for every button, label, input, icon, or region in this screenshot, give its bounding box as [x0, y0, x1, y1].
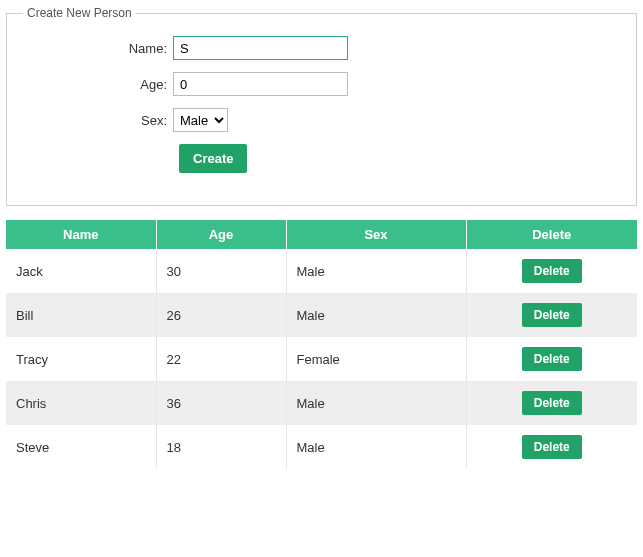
cell-delete: Delete: [466, 293, 637, 337]
table-row: Bill26MaleDelete: [6, 293, 637, 337]
cell-sex: Male: [286, 425, 466, 469]
cell-sex: Male: [286, 293, 466, 337]
table-row: Jack30MaleDelete: [6, 249, 637, 293]
cell-delete: Delete: [466, 425, 637, 469]
row-submit: Create: [179, 144, 620, 173]
name-input[interactable]: [173, 36, 348, 60]
cell-sex: Male: [286, 249, 466, 293]
table-row: Chris36MaleDelete: [6, 381, 637, 425]
cell-sex: Male: [286, 381, 466, 425]
sex-select[interactable]: Male: [173, 108, 228, 132]
row-name: Name:: [23, 36, 620, 60]
delete-button[interactable]: Delete: [522, 391, 582, 415]
table-row: Steve18MaleDelete: [6, 425, 637, 469]
name-label: Name:: [23, 41, 173, 56]
cell-name: Steve: [6, 425, 156, 469]
create-person-fieldset: Create New Person Name: Age: Sex: Male C…: [6, 6, 637, 206]
delete-button[interactable]: Delete: [522, 435, 582, 459]
cell-name: Tracy: [6, 337, 156, 381]
cell-age: 26: [156, 293, 286, 337]
cell-age: 22: [156, 337, 286, 381]
row-age: Age:: [23, 72, 620, 96]
cell-delete: Delete: [466, 249, 637, 293]
cell-sex: Female: [286, 337, 466, 381]
cell-name: Chris: [6, 381, 156, 425]
people-table: Name Age Sex Delete Jack30MaleDeleteBill…: [6, 220, 637, 469]
sex-label: Sex:: [23, 113, 173, 128]
delete-button[interactable]: Delete: [522, 303, 582, 327]
th-sex: Sex: [286, 220, 466, 249]
age-input[interactable]: [173, 72, 348, 96]
delete-button[interactable]: Delete: [522, 259, 582, 283]
row-sex: Sex: Male: [23, 108, 620, 132]
cell-age: 30: [156, 249, 286, 293]
th-delete: Delete: [466, 220, 637, 249]
delete-button[interactable]: Delete: [522, 347, 582, 371]
cell-delete: Delete: [466, 337, 637, 381]
cell-age: 18: [156, 425, 286, 469]
th-name: Name: [6, 220, 156, 249]
age-label: Age:: [23, 77, 173, 92]
cell-name: Jack: [6, 249, 156, 293]
fieldset-legend: Create New Person: [23, 6, 136, 20]
cell-age: 36: [156, 381, 286, 425]
create-button[interactable]: Create: [179, 144, 247, 173]
th-age: Age: [156, 220, 286, 249]
table-row: Tracy22FemaleDelete: [6, 337, 637, 381]
cell-delete: Delete: [466, 381, 637, 425]
cell-name: Bill: [6, 293, 156, 337]
